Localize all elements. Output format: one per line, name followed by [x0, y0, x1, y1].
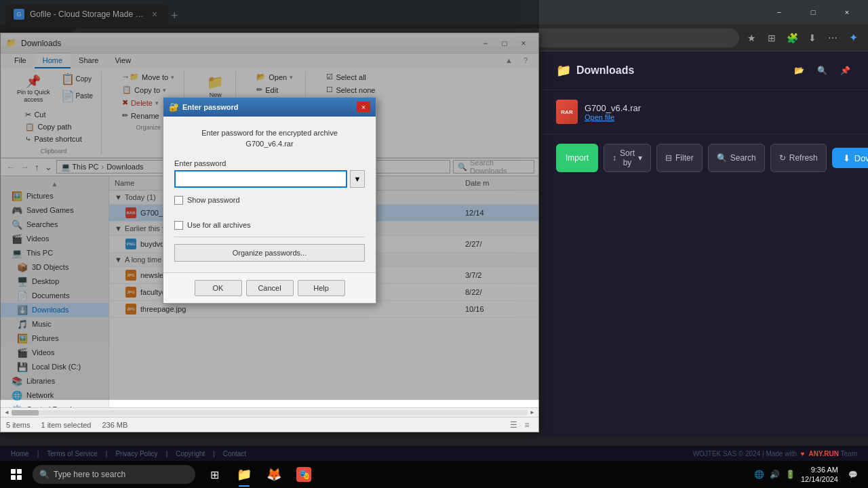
- use-for-all-checkbox[interactable]: [174, 221, 183, 230]
- downloads-icon[interactable]: ⬇: [803, 28, 822, 47]
- windows-logo-icon: [11, 469, 22, 480]
- gofile-pin-button[interactable]: 📌: [835, 61, 854, 80]
- gofile-folder-icon: 📁: [556, 63, 571, 78]
- battery-icon[interactable]: 🔋: [785, 470, 795, 479]
- settings-icon[interactable]: ⋯: [823, 28, 842, 47]
- import-button[interactable]: Import: [556, 144, 598, 172]
- status-items-count: 5 items: [6, 421, 30, 429]
- dialog-title-icon: 🔐: [169, 102, 178, 112]
- password-label: Enter password: [174, 159, 365, 167]
- search-label: Search: [730, 153, 756, 163]
- taskbar-date-text: 12/14/2024: [801, 474, 838, 484]
- gofile-open-folder-button[interactable]: 📂: [789, 61, 808, 80]
- show-password-row: Show password: [174, 196, 365, 205]
- footer-contact-link[interactable]: Contact: [223, 450, 246, 458]
- scroll-left-button[interactable]: ◄: [2, 409, 12, 417]
- help-button[interactable]: Help: [298, 280, 345, 296]
- gofile-panel: 📁 Downloads 📂 🔍 📌 RAR G700_v6.4.rar Open…: [542, 52, 868, 436]
- search-button[interactable]: 🔍 Search: [708, 144, 765, 172]
- search-icon: 🔍: [717, 153, 727, 163]
- volume-icon[interactable]: 🔊: [770, 470, 780, 479]
- taskbar-search-placeholder: Type here to search: [54, 470, 125, 479]
- footer-privacy-link[interactable]: Privacy Policy: [115, 450, 157, 458]
- show-password-checkbox[interactable]: [174, 196, 183, 205]
- taskbar-system-icons: 🌐 🔊 🔋: [754, 470, 795, 479]
- browser-toolbar-icons: ★ ⊞ 🧩 ⬇ ⋯ ✦: [742, 28, 863, 47]
- dialog-footer: OK Cancel Help: [163, 272, 376, 303]
- gofile-header-icons: 📂 🔍 📌: [789, 61, 854, 80]
- explorer-scrollbar[interactable]: ◄ ►: [1, 407, 538, 417]
- gofile-file-icon: RAR: [556, 100, 578, 124]
- footer-tos-link[interactable]: Terms of Service: [47, 450, 97, 458]
- gofile-actions-row: Import ↕ Sort by ▾ ⊟ Filter 🔍 Search ↻ R…: [542, 134, 868, 182]
- browser-minimize-button[interactable]: −: [764, 0, 795, 24]
- gofile-open-file-link[interactable]: Open file: [585, 113, 854, 121]
- dialog-info-text: Enter password for the encrypted archive…: [174, 127, 365, 150]
- browser-window-controls: − □ ×: [764, 0, 868, 24]
- taskbar-apps: ⊞ 📁 🦊 🎭: [201, 461, 317, 488]
- refresh-button[interactable]: ↻ Refresh: [770, 144, 827, 172]
- taskbar-search-box[interactable]: 🔍 Type here to search: [33, 465, 195, 484]
- dialog-overlay: 🔐 Enter password × Enter password for th…: [0, 0, 539, 400]
- taskbar-task-view[interactable]: ⊞: [201, 461, 228, 488]
- use-for-all-label: Use for all archives: [187, 221, 251, 229]
- enter-password-dialog: 🔐 Enter password × Enter password for th…: [163, 97, 376, 304]
- taskbar-search-icon: 🔍: [39, 470, 50, 479]
- organize-passwords-button[interactable]: Organize passwords...: [174, 244, 365, 262]
- misc-app-icon: 🎭: [296, 467, 311, 482]
- gofile-right-actions: ⬇ Download ⋮: [832, 148, 868, 168]
- collections-icon[interactable]: ⊞: [762, 28, 781, 47]
- anyrun-brand: ANY.RUN: [808, 450, 838, 458]
- password-dropdown-button[interactable]: ▼: [350, 170, 365, 188]
- heart-icon: ♥: [801, 450, 805, 458]
- explorer-statusbar: 5 items 1 item selected 236 MB ☰ ≡: [1, 417, 538, 432]
- refresh-label: Refresh: [789, 153, 818, 163]
- gofile-search-button-icon[interactable]: 🔍: [812, 61, 831, 80]
- dialog-body: Enter password for the encrypted archive…: [163, 117, 376, 272]
- taskbar-file-explorer[interactable]: 📁: [231, 461, 258, 488]
- dialog-title-text: Enter password: [182, 103, 353, 111]
- taskbar-clock[interactable]: 9:36 AM 12/14/2024: [801, 465, 838, 485]
- extensions-icon[interactable]: 🧩: [783, 28, 802, 47]
- list-view-button[interactable]: ☰: [507, 419, 519, 431]
- download-button[interactable]: ⬇ Download: [832, 148, 868, 168]
- dialog-close-button[interactable]: ×: [357, 102, 370, 113]
- gofile-folder-title: Downloads: [576, 64, 634, 77]
- sort-by-button[interactable]: ↕ Sort by ▾: [604, 144, 651, 172]
- taskbar-app-misc[interactable]: 🎭: [290, 461, 317, 488]
- footer-home-link[interactable]: Home: [11, 450, 29, 458]
- status-size: 236 MB: [102, 421, 127, 429]
- taskbar-firefox[interactable]: 🦊: [260, 461, 288, 488]
- dialog-info-line1: Enter password for the encrypted archive: [201, 129, 338, 137]
- scroll-right-button[interactable]: ►: [528, 409, 537, 417]
- edge-copilot-icon[interactable]: ✦: [844, 28, 863, 47]
- gofile-folder-name: 📁 Downloads: [556, 63, 634, 78]
- filter-icon: ⊟: [665, 153, 672, 163]
- browser-maximize-button[interactable]: □: [797, 0, 829, 24]
- scroll-track[interactable]: [12, 410, 528, 415]
- sort-icon: ↕: [612, 153, 616, 163]
- gofile-file-info: G700_v6.4.rar Open file: [585, 103, 854, 121]
- sort-chevron-icon: ▾: [638, 153, 642, 163]
- status-selected: 1 item selected: [41, 421, 91, 429]
- taskbar-time-text: 9:36 AM: [801, 465, 838, 474]
- sidebar-item-control-panel[interactable]: ⚙️ Control Panel: [1, 403, 108, 407]
- start-button[interactable]: [0, 461, 33, 488]
- download-icon: ⬇: [843, 153, 850, 163]
- dialog-info-line2: G700_v6.4.rar: [245, 140, 293, 148]
- network-status-icon[interactable]: 🌐: [754, 470, 764, 479]
- cancel-button[interactable]: Cancel: [246, 280, 294, 296]
- firefox-icon: 🦊: [267, 467, 281, 482]
- ok-button[interactable]: OK: [195, 280, 242, 296]
- favorites-icon[interactable]: ★: [742, 28, 761, 47]
- browser-close-button[interactable]: ×: [831, 0, 863, 24]
- filter-button[interactable]: ⊟ Filter: [656, 144, 703, 172]
- gofile-file-name: G700_v6.4.rar: [585, 103, 854, 113]
- footer-copyright-link[interactable]: Copyright: [176, 450, 205, 458]
- detail-view-button[interactable]: ≡: [521, 419, 533, 431]
- dialog-separator: [174, 237, 365, 237]
- password-input[interactable]: [174, 170, 347, 188]
- notification-center-button[interactable]: 💬: [844, 461, 863, 488]
- footer-watermark-text: WOJTEK SAS © 2024 | Made with: [693, 450, 797, 458]
- scroll-thumb[interactable]: [12, 410, 39, 415]
